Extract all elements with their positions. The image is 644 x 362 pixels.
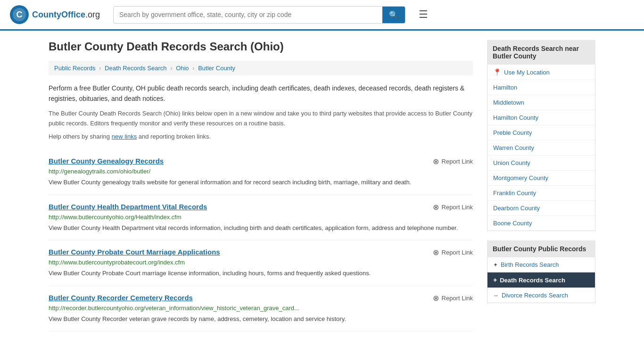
report-icon-0: ⊗ — [433, 157, 439, 166]
nearby-section: Death Records Search near Butler County … — [487, 40, 595, 231]
location-pin-icon: 📍 — [493, 68, 501, 76]
divorce-records-icon: ↔ — [493, 292, 499, 299]
nearby-item-4: Warren County — [487, 140, 595, 156]
logo-text: CountyOffice.org — [32, 10, 100, 20]
result-header-0: Butler County Genealogy Records ⊗ Report… — [49, 157, 473, 166]
result-title-1[interactable]: Butler County Health Department Vital Re… — [49, 203, 207, 211]
report-link-button-2[interactable]: ⊗ Report Link — [433, 248, 473, 257]
result-header-1: Butler County Health Department Vital Re… — [49, 203, 473, 212]
menu-button[interactable]: ☰ — [415, 7, 432, 23]
result-item-0: Butler County Genealogy Records ⊗ Report… — [49, 149, 473, 195]
nearby-item-1: Middletown — [487, 95, 595, 110]
nearby-item-6: Montgomery County — [487, 171, 595, 186]
result-item-1: Butler County Health Department Vital Re… — [49, 195, 473, 241]
public-record-item-0: ✦ Birth Records Search — [487, 257, 595, 272]
result-url-0: http://genealogytrails.com/ohio/butler/ — [49, 168, 473, 175]
nearby-list: 📍 Use My Location Hamilton Middletown Ha… — [487, 65, 595, 231]
sidebar: Death Records Search near Butler County … — [487, 40, 595, 331]
result-url-2: http://www.butlercountyprobatecourt.org/… — [49, 259, 473, 266]
search-input[interactable] — [114, 7, 382, 22]
logo-area: C CountyOffice.org — [9, 5, 104, 25]
public-record-item-2: ↔ Divorce Records Search — [487, 288, 595, 303]
nearby-link-8[interactable]: Dearborn County — [493, 205, 540, 212]
hamburger-icon: ☰ — [419, 8, 428, 20]
use-my-location-link[interactable]: Use My Location — [504, 69, 550, 76]
nearby-item-0: Hamilton — [487, 80, 595, 95]
search-bar: 🔍 — [113, 6, 405, 24]
nearby-link-4[interactable]: Warren County — [493, 144, 534, 151]
result-url-3: http://recorder.butlercountyohio.org/vet… — [49, 304, 473, 312]
third-party-text: The Butler County Death Records Search (… — [49, 109, 473, 129]
use-my-location-item: 📍 Use My Location — [487, 65, 595, 80]
results-list: Butler County Genealogy Records ⊗ Report… — [49, 149, 473, 331]
main-content: Butler County Death Records Search (Ohio… — [49, 40, 473, 331]
birth-records-icon: ✦ — [493, 262, 498, 268]
nearby-item-9: Boone County — [487, 216, 595, 230]
breadcrumb-public-records[interactable]: Public Records — [54, 65, 95, 72]
death-records-link[interactable]: Death Records Search — [500, 277, 565, 284]
nearby-link-9[interactable]: Boone County — [493, 220, 532, 227]
header: C CountyOffice.org 🔍 ☰ — [0, 0, 644, 31]
result-header-2: Butler County Probate Court Marriage App… — [49, 248, 473, 257]
public-records-section: Butler County Public Records ✦ Birth Rec… — [487, 240, 595, 303]
nearby-link-6[interactable]: Montgomery County — [493, 174, 548, 181]
nearby-link-7[interactable]: Franklin County — [493, 189, 536, 197]
result-title-2[interactable]: Butler County Probate Court Marriage App… — [49, 248, 220, 256]
nearby-item-2: Hamilton County — [487, 110, 595, 125]
search-icon: 🔍 — [389, 11, 398, 19]
report-link-button-1[interactable]: ⊗ Report Link — [433, 203, 473, 212]
result-title-3[interactable]: Butler County Recorder Cemetery Records — [49, 294, 193, 302]
result-item-2: Butler County Probate Court Marriage App… — [49, 240, 473, 286]
nearby-link-1[interactable]: Middletown — [493, 99, 524, 106]
result-desc-0: View Butler County genealogy trails webs… — [49, 178, 473, 187]
breadcrumb-butler-county[interactable]: Butler County — [198, 65, 235, 72]
report-icon-1: ⊗ — [433, 203, 439, 212]
nearby-item-5: Union County — [487, 156, 595, 171]
result-title-0[interactable]: Butler County Genealogy Records — [49, 157, 164, 165]
nearby-link-3[interactable]: Preble County — [493, 129, 532, 136]
svg-text:C: C — [17, 10, 23, 19]
new-links-link[interactable]: new links — [112, 133, 137, 140]
help-text: Help others by sharing new links and rep… — [49, 133, 473, 140]
logo-icon: C — [9, 5, 29, 25]
result-desc-1: View Butler County Health Department vit… — [49, 223, 473, 233]
intro-text: Perform a free Butler County, OH public … — [49, 83, 473, 104]
nearby-item-8: Dearborn County — [487, 201, 595, 216]
death-records-active-icon: + — [493, 276, 497, 284]
report-icon-3: ⊗ — [433, 294, 439, 303]
public-records-section-title: Butler County Public Records — [487, 240, 595, 257]
page-title: Butler County Death Records Search (Ohio… — [49, 40, 473, 53]
public-records-list: ✦ Birth Records Search + Death Records S… — [487, 257, 595, 303]
search-button[interactable]: 🔍 — [382, 7, 405, 23]
divorce-records-link[interactable]: Divorce Records Search — [502, 292, 568, 299]
nearby-section-title: Death Records Search near Butler County — [487, 40, 595, 65]
report-link-button-0[interactable]: ⊗ Report Link — [433, 157, 473, 166]
report-link-button-3[interactable]: ⊗ Report Link — [433, 294, 473, 303]
nearby-item-7: Franklin County — [487, 186, 595, 201]
nearby-link-2[interactable]: Hamilton County — [493, 114, 538, 121]
result-url-1: http://www.butlercountyohio.org/Health/i… — [49, 214, 473, 221]
result-desc-2: View Butler County Probate Court marriag… — [49, 269, 473, 278]
nearby-link-0[interactable]: Hamilton — [493, 84, 517, 91]
result-header-3: Butler County Recorder Cemetery Records … — [49, 294, 473, 303]
result-item-3: Butler County Recorder Cemetery Records … — [49, 286, 473, 332]
report-icon-2: ⊗ — [433, 248, 439, 257]
birth-records-link[interactable]: Birth Records Search — [501, 261, 559, 268]
main-layout: Butler County Death Records Search (Ohio… — [39, 31, 605, 341]
result-desc-3: View Butler County Recorder veteran grav… — [49, 314, 473, 324]
breadcrumb-ohio[interactable]: Ohio — [176, 65, 189, 72]
breadcrumb: Public Records › Death Records Search › … — [49, 61, 473, 75]
nearby-item-3: Preble County — [487, 125, 595, 140]
nearby-link-5[interactable]: Union County — [493, 159, 530, 166]
breadcrumb-death-records[interactable]: Death Records Search — [105, 65, 167, 72]
public-record-item-1: + Death Records Search — [487, 272, 595, 288]
